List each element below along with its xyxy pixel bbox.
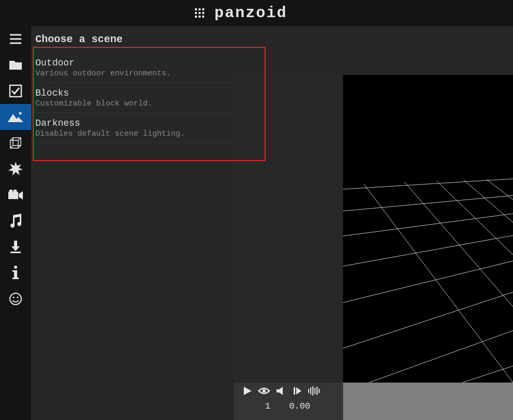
scene-description: Customizable block world. (35, 99, 230, 108)
play-icon (242, 386, 253, 399)
player-controls (234, 383, 343, 399)
menu-button[interactable] (0, 26, 31, 52)
svg-rect-2 (202, 8, 204, 10)
svg-rect-12 (10, 85, 21, 97)
svg-rect-3 (195, 12, 197, 14)
svg-point-29 (14, 266, 17, 269)
svg-line-40 (343, 261, 513, 303)
frame-counter: 1 (265, 401, 270, 411)
scene-option-outdoor[interactable]: Outdoor Various outdoor environments. (31, 52, 234, 83)
scene-description: Various outdoor environments. (35, 69, 230, 78)
svg-line-47 (464, 180, 513, 222)
panel-title: Choose a scene (31, 26, 234, 52)
svg-point-25 (14, 190, 17, 193)
effects-button[interactable] (0, 156, 31, 182)
smiley-icon (9, 292, 22, 306)
3d-viewport[interactable] (343, 75, 513, 383)
svg-marker-21 (8, 162, 23, 176)
music-note-icon (9, 214, 22, 228)
scene-option-darkness[interactable]: Darkness Disables default scene lighting… (31, 113, 234, 143)
camera-button[interactable] (0, 182, 31, 208)
scene-button[interactable] (0, 104, 31, 130)
svg-rect-7 (199, 16, 201, 18)
speaker-icon (275, 386, 286, 399)
video-camera-icon (8, 189, 23, 201)
player-bar: 1 0.00 (234, 383, 343, 420)
svg-point-14 (19, 112, 22, 115)
hamburger-icon (8, 32, 23, 46)
download-button[interactable] (0, 234, 31, 260)
objects-button[interactable] (0, 130, 31, 156)
logo-text: panzoid (214, 4, 287, 22)
svg-rect-5 (202, 12, 204, 14)
info-icon (11, 265, 20, 281)
step-button[interactable] (291, 386, 304, 398)
editor-area: 1 0.00 (234, 26, 513, 420)
audio-button[interactable] (0, 208, 31, 234)
svg-marker-51 (277, 387, 283, 395)
svg-point-35 (17, 296, 18, 298)
viewport-left-gutter (234, 75, 343, 383)
svg-rect-26 (14, 241, 17, 247)
brand[interactable]: panzoid (194, 0, 287, 26)
left-toolbar (0, 26, 31, 420)
play-button[interactable] (241, 386, 254, 398)
scene-picker-panel: Choose a scene Outdoor Various outdoor e… (31, 26, 234, 420)
projects-button[interactable] (0, 52, 31, 78)
checkbox-icon (9, 84, 22, 98)
app-header: panzoid (0, 0, 513, 26)
svg-rect-32 (12, 278, 19, 279)
svg-point-24 (9, 190, 13, 193)
sparkle-icon (8, 161, 23, 177)
svg-marker-23 (19, 191, 23, 200)
svg-marker-13 (8, 114, 23, 122)
scene-title: Darkness (35, 118, 230, 128)
svg-rect-8 (202, 16, 204, 18)
eye-icon (258, 386, 270, 399)
mute-button[interactable] (274, 386, 287, 398)
viewport-top-gutter (234, 26, 513, 75)
folder-icon (8, 58, 23, 72)
grid-icon (194, 8, 205, 18)
preview-button[interactable] (258, 386, 270, 398)
cube-icon (8, 136, 23, 150)
svg-marker-53 (296, 387, 301, 395)
waveform-icon (308, 386, 320, 399)
svg-rect-28 (10, 252, 21, 253)
info-button[interactable] (0, 260, 31, 286)
scene-option-blocks[interactable]: Blocks Customizable block world. (31, 83, 234, 113)
properties-button[interactable] (0, 78, 31, 104)
svg-line-38 (343, 214, 513, 236)
svg-line-42 (369, 331, 513, 383)
svg-rect-4 (199, 12, 201, 14)
svg-rect-52 (294, 387, 295, 395)
svg-rect-6 (195, 16, 197, 18)
scene-title: Blocks (35, 88, 230, 98)
svg-rect-0 (195, 8, 197, 10)
waveform-button[interactable] (308, 386, 320, 398)
feedback-button[interactable] (0, 286, 31, 312)
svg-line-39 (343, 235, 513, 266)
svg-rect-22 (8, 192, 18, 199)
svg-marker-27 (11, 246, 20, 251)
download-icon (9, 240, 22, 254)
step-forward-icon (292, 386, 302, 399)
landscape-icon (8, 111, 23, 123)
svg-marker-49 (244, 387, 252, 395)
svg-line-44 (364, 184, 513, 383)
svg-line-43 (463, 366, 513, 383)
scene-description: Disables default scene lighting. (35, 129, 230, 138)
svg-point-33 (10, 293, 21, 305)
svg-rect-31 (12, 270, 16, 272)
time-counter: 0.00 (289, 401, 310, 411)
timeline-track[interactable] (343, 383, 513, 420)
scene-title: Outdoor (35, 58, 230, 68)
player-readout: 1 0.00 (234, 399, 343, 411)
svg-line-46 (437, 181, 513, 255)
svg-point-34 (12, 296, 14, 298)
svg-point-50 (262, 389, 266, 392)
svg-rect-1 (199, 8, 201, 10)
